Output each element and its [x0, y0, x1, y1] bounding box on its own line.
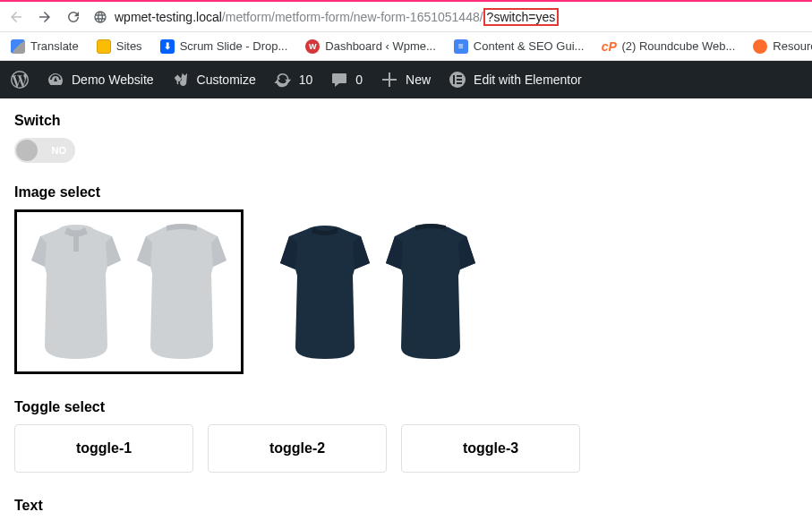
elementor-label: Edit with Elementor — [474, 73, 582, 87]
switch-field: Switch NO — [14, 113, 798, 163]
update-icon — [274, 71, 292, 89]
url-text: wpmet-testing.local/metform/metform-form… — [115, 10, 559, 24]
resources-icon — [753, 39, 767, 54]
toggle-option-2[interactable]: toggle-2 — [208, 424, 387, 473]
switch-knob — [16, 140, 38, 161]
shirt-navy-back — [381, 220, 480, 363]
toggle-option-1[interactable]: toggle-1 — [14, 424, 193, 473]
svg-rect-4 — [457, 82, 462, 84]
bookmark-label: Scrum Slide - Drop... — [180, 39, 288, 53]
folder-icon — [97, 39, 111, 54]
bookmark-label: Content & SEO Gui... — [474, 39, 585, 53]
switch-state: NO — [52, 145, 67, 156]
brush-icon — [172, 71, 190, 89]
reload-button[interactable] — [64, 8, 82, 26]
page-content: Switch NO Image select — [0, 98, 812, 529]
bookmark-content-seo[interactable]: ≡ Content & SEO Gui... — [454, 39, 585, 54]
updates-count: 10 — [299, 73, 313, 87]
toggle-select-field: Toggle select toggle-1 toggle-2 toggle-3 — [14, 399, 798, 473]
bookmark-scrum[interactable]: ⬇ Scrum Slide - Drop... — [160, 39, 288, 54]
image-option-1[interactable] — [14, 209, 244, 374]
text-label: Text — [14, 498, 798, 514]
wpmet-icon: W — [305, 39, 320, 54]
switch-label: Switch — [14, 113, 798, 129]
image-select-label: Image select — [14, 184, 798, 201]
bookmark-translate[interactable]: Translate — [11, 39, 79, 54]
comments-count: 0 — [355, 73, 363, 87]
image-option-2[interactable] — [263, 209, 492, 374]
back-button[interactable] — [7, 8, 25, 26]
wp-updates[interactable]: 10 — [274, 71, 313, 89]
wp-site[interactable]: Demo Website — [47, 71, 154, 89]
bookmarks-bar: Translate Sites ⬇ Scrum Slide - Drop... … — [0, 32, 812, 61]
wordpress-icon — [11, 71, 29, 89]
wp-logo[interactable] — [11, 71, 29, 89]
browser-toolbar: wpmet-testing.local/metform/metform-form… — [0, 0, 812, 32]
customize-label: Customize — [197, 73, 256, 87]
switch-toggle[interactable]: NO — [14, 138, 75, 163]
bookmark-label: Dashboard ‹ Wpme... — [325, 39, 436, 53]
toggle-option-3[interactable]: toggle-3 — [401, 424, 580, 473]
wp-new[interactable]: New — [380, 71, 431, 89]
docs-icon: ≡ — [454, 39, 468, 54]
bookmark-roundcube[interactable]: cP (2) Roundcube Web... — [602, 39, 735, 54]
dashboard-icon — [47, 71, 64, 89]
url-query-highlight: ?switch=yes — [483, 8, 560, 26]
plus-icon — [380, 71, 398, 89]
bookmark-sites[interactable]: Sites — [97, 39, 142, 54]
translate-icon — [11, 39, 25, 54]
bookmark-label: Sites — [116, 39, 142, 53]
site-name: Demo Website — [72, 73, 154, 87]
svg-rect-2 — [457, 75, 462, 77]
wp-adminbar: Demo Website Customize 10 0 New Edit wit… — [0, 61, 812, 98]
wp-customize[interactable]: Customize — [172, 71, 256, 89]
svg-rect-3 — [457, 79, 462, 81]
bookmark-resources[interactable]: Resources Docs | Ni... — [753, 39, 812, 54]
address-bar[interactable]: wpmet-testing.local/metform/metform-form… — [93, 10, 805, 24]
shirt-gray-back — [132, 220, 231, 363]
cpanel-icon: cP — [602, 39, 616, 54]
bookmark-label: Resources Docs | Ni... — [773, 39, 812, 53]
comment-icon — [330, 71, 348, 89]
wp-comments[interactable]: 0 — [330, 71, 363, 89]
image-select-field: Image select — [14, 184, 798, 374]
shirt-gray-front — [27, 220, 125, 363]
forward-button[interactable] — [36, 8, 54, 26]
text-field: Text — [14, 498, 798, 514]
bookmark-dashboard[interactable]: W Dashboard ‹ Wpme... — [305, 39, 436, 54]
new-label: New — [406, 73, 431, 87]
svg-rect-1 — [453, 75, 455, 84]
toggle-select-label: Toggle select — [14, 399, 798, 415]
dropbox-icon: ⬇ — [160, 39, 175, 54]
globe-icon — [93, 10, 107, 24]
shirt-navy-front — [276, 220, 374, 363]
wp-elementor[interactable]: Edit with Elementor — [449, 71, 582, 89]
bookmark-label: (2) Roundcube Web... — [621, 39, 735, 53]
elementor-icon — [449, 71, 466, 89]
bookmark-label: Translate — [30, 39, 79, 53]
